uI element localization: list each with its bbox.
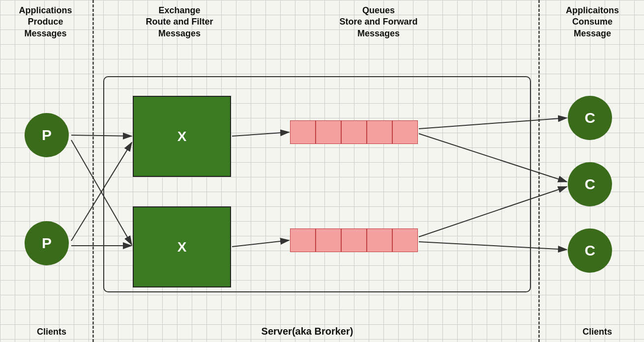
queue-cell	[290, 120, 316, 144]
header-exchange: Exchange Route and Filter Messages	[103, 5, 256, 39]
queue-cell	[367, 228, 392, 252]
divider-left	[92, 0, 94, 342]
exchange-1: X	[133, 96, 231, 177]
queue-cell	[316, 120, 341, 144]
bottom-label-left: Clients	[15, 327, 88, 337]
bottom-label-server: Server(aka Brorker)	[197, 326, 418, 337]
queue-cell	[392, 228, 418, 252]
consumer-3: C	[568, 228, 612, 273]
queue-cell	[341, 228, 367, 252]
queue-cell	[316, 228, 341, 252]
queue-cell	[367, 120, 392, 144]
header-consumers: Applicaitons Consume Message	[541, 5, 644, 39]
header-queues: Queues Store and Forward Messages	[285, 5, 472, 39]
queue-1	[290, 120, 418, 144]
queue-cell	[290, 228, 316, 252]
header-producers: Applications Produce Messages	[0, 5, 91, 39]
consumer-1: C	[568, 96, 612, 140]
bottom-label-right: Clients	[560, 327, 634, 337]
consumer-2: C	[568, 162, 612, 206]
diagram-container: Applications Produce Messages Exchange R…	[0, 0, 644, 342]
queue-2	[290, 228, 418, 252]
producer-1: P	[25, 113, 69, 157]
producer-2: P	[25, 221, 69, 265]
queue-cell	[341, 120, 367, 144]
divider-right	[538, 0, 540, 342]
exchange-2: X	[133, 206, 231, 287]
queue-cell	[392, 120, 418, 144]
